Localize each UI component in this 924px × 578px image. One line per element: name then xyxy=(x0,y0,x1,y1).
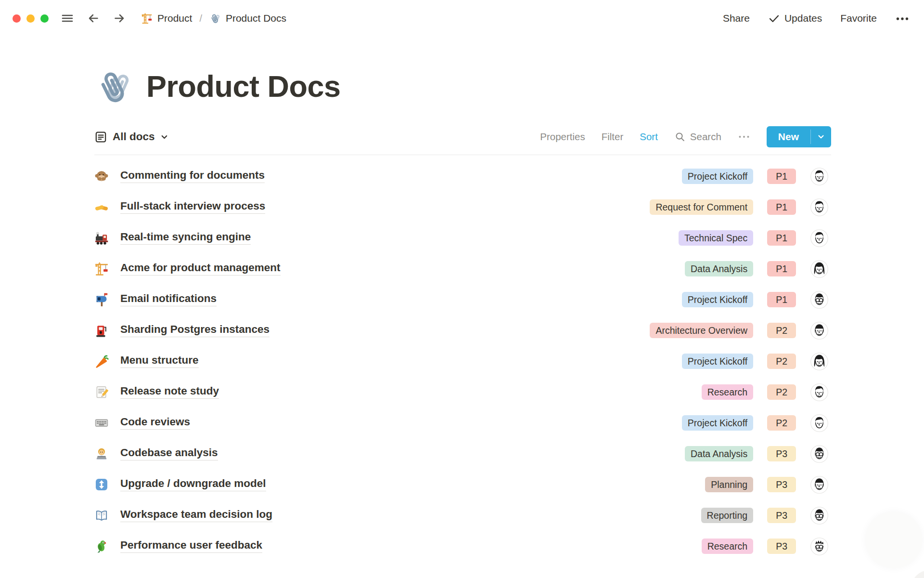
avatar[interactable] xyxy=(810,168,828,185)
page-header: Product Docs xyxy=(94,66,924,106)
breadcrumb-product-docs[interactable]: Product Docs xyxy=(209,13,286,24)
tag-pill[interactable]: Planning xyxy=(705,477,753,492)
priority-pill[interactable]: P2 xyxy=(767,354,796,369)
priority-pill[interactable]: P3 xyxy=(767,446,796,461)
favorite-button[interactable]: Favorite xyxy=(840,13,877,24)
breadcrumb: Product / Product Docs xyxy=(141,13,286,24)
avatar[interactable] xyxy=(810,445,828,463)
properties-button[interactable]: Properties xyxy=(540,131,585,143)
search-icon xyxy=(674,131,686,143)
avatar[interactable] xyxy=(810,383,828,401)
tag-pill[interactable]: Project Kickoff xyxy=(682,169,753,184)
share-button[interactable]: Share xyxy=(723,13,750,24)
doc-title-link[interactable]: Commenting for documents xyxy=(120,170,265,184)
close-window-button[interactable] xyxy=(13,14,21,23)
avatar[interactable] xyxy=(810,353,828,370)
filter-button[interactable]: Filter xyxy=(602,131,624,143)
priority-pill[interactable]: P3 xyxy=(767,508,796,523)
doc-row[interactable]: Full-stack interview processRequest for … xyxy=(94,192,831,223)
doc-row[interactable]: Upgrade / downgrade modelPlanningP3 xyxy=(94,469,831,500)
sort-button[interactable]: Sort xyxy=(640,131,658,143)
new-button: New xyxy=(767,126,831,147)
priority-pill[interactable]: P1 xyxy=(767,199,796,215)
crane-icon xyxy=(94,262,110,276)
priority-pill[interactable]: P3 xyxy=(767,477,796,492)
page-title[interactable]: Product Docs xyxy=(146,69,341,104)
back-icon[interactable] xyxy=(86,12,101,25)
doc-row[interactable]: Workspace team decision logReportingP3 xyxy=(94,500,831,531)
avatar[interactable] xyxy=(810,198,828,216)
tag-pill[interactable]: Research xyxy=(702,539,753,554)
new-dropdown-button[interactable] xyxy=(811,126,831,147)
avatar[interactable] xyxy=(810,476,828,494)
paperclip-icon[interactable] xyxy=(94,66,134,106)
tag-pill[interactable]: Architecture Overview xyxy=(650,323,753,338)
doc-title-link[interactable]: Upgrade / downgrade model xyxy=(120,478,266,492)
breadcrumb-product[interactable]: Product xyxy=(141,13,192,24)
priority-pill[interactable]: P3 xyxy=(767,539,796,554)
more-icon[interactable] xyxy=(895,12,910,25)
tag-pill[interactable]: Project Kickoff xyxy=(682,415,753,431)
avatar[interactable] xyxy=(810,291,828,309)
avatar[interactable] xyxy=(810,260,828,278)
tag-pill[interactable]: Technical Spec xyxy=(679,230,753,246)
avatar[interactable] xyxy=(810,322,828,340)
sidebar-menu-icon[interactable] xyxy=(60,12,75,25)
priority-pill[interactable]: P2 xyxy=(767,323,796,338)
doc-row[interactable]: Performance user feedbackResearchP3 xyxy=(94,531,831,562)
priority-pill[interactable]: P1 xyxy=(767,292,796,307)
paperclip-icon xyxy=(209,13,221,24)
tag-pill[interactable]: Project Kickoff xyxy=(682,354,753,369)
doc-row[interactable]: Real-time syncing engineTechnical SpecP1 xyxy=(94,223,831,253)
doc-row[interactable]: Commenting for documentsProject KickoffP… xyxy=(94,161,831,192)
doc-row[interactable]: Acme for product managementData Analysis… xyxy=(94,253,831,284)
avatar[interactable] xyxy=(810,538,828,555)
tag-pill[interactable]: Research xyxy=(702,384,753,400)
doc-row[interactable]: Code reviewsProject KickoffP2 xyxy=(94,407,831,438)
carrot-icon xyxy=(94,354,110,368)
tag-pill[interactable]: Reporting xyxy=(701,508,754,523)
doc-title-link[interactable]: Codebase analysis xyxy=(120,447,218,461)
doc-title-link[interactable]: Workspace team decision log xyxy=(120,509,272,523)
priority-pill[interactable]: P1 xyxy=(767,230,796,246)
doc-title-link[interactable]: Full-stack interview process xyxy=(120,200,265,214)
tag-pill[interactable]: Data Analysis xyxy=(685,261,753,276)
doc-title-link[interactable]: Email notifications xyxy=(120,293,217,307)
doc-row[interactable]: Release note studyResearchP2 xyxy=(94,377,831,407)
forward-icon[interactable] xyxy=(112,12,127,25)
doc-title-link[interactable]: Release note study xyxy=(120,385,219,399)
doc-row[interactable]: Menu structureProject KickoffP2 xyxy=(94,346,831,377)
doc-row[interactable]: Codebase analysisData AnalysisP3 xyxy=(94,438,831,469)
doc-title-link[interactable]: Real-time syncing engine xyxy=(120,231,251,245)
corner-decoration xyxy=(865,512,922,568)
toolbar-more-icon[interactable] xyxy=(738,131,750,143)
priority-pill[interactable]: P2 xyxy=(767,384,796,400)
doc-row[interactable]: Email notificationsProject KickoffP1 xyxy=(94,284,831,315)
avatar[interactable] xyxy=(810,229,828,247)
tag-pill[interactable]: Data Analysis xyxy=(685,446,753,461)
parrot-icon xyxy=(94,539,110,553)
tag-pill[interactable]: Request for Comment xyxy=(650,199,753,215)
priority-pill[interactable]: P2 xyxy=(767,415,796,431)
avatar[interactable] xyxy=(810,507,828,525)
priority-pill[interactable]: P1 xyxy=(767,169,796,184)
avatar[interactable] xyxy=(810,414,828,432)
doc-title-link[interactable]: Menu structure xyxy=(120,355,199,368)
breadcrumb-label: Product Docs xyxy=(226,13,286,24)
view-switcher[interactable]: All docs xyxy=(94,131,168,144)
doc-title-link[interactable]: Acme for product management xyxy=(120,262,281,276)
zoom-window-button[interactable] xyxy=(40,14,49,23)
doc-title-link[interactable]: Performance user feedback xyxy=(120,539,262,553)
priority-pill[interactable]: P1 xyxy=(767,261,796,276)
search-button[interactable]: Search xyxy=(674,131,721,143)
tag-pill[interactable]: Project Kickoff xyxy=(682,292,753,307)
new-button-main[interactable]: New xyxy=(767,126,810,147)
keyboard-icon xyxy=(94,416,110,430)
breadcrumb-separator: / xyxy=(199,13,202,24)
doc-title-link[interactable]: Code reviews xyxy=(120,416,190,430)
doc-title-link[interactable]: Sharding Postgres instances xyxy=(120,324,270,338)
doc-row[interactable]: Sharding Postgres instancesArchitecture … xyxy=(94,315,831,346)
doc-list: Commenting for documentsProject KickoffP… xyxy=(94,155,831,562)
minimize-window-button[interactable] xyxy=(26,14,35,23)
updates-button[interactable]: Updates xyxy=(768,13,822,25)
